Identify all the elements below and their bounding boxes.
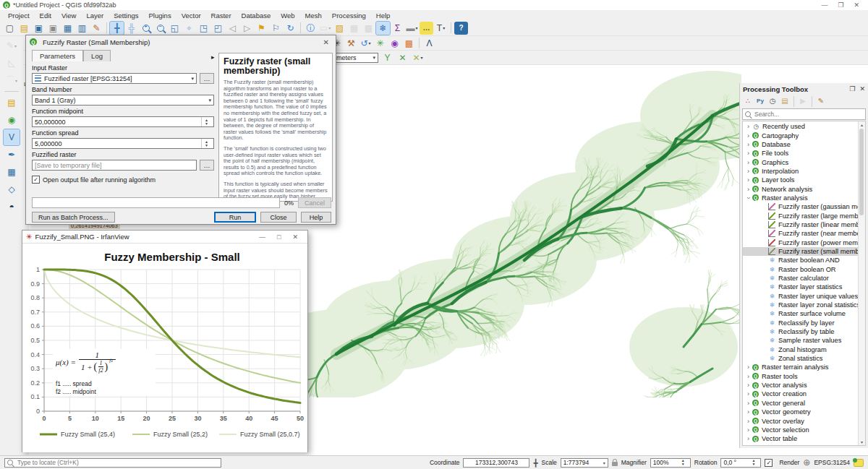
expander-icon[interactable]: › (744, 186, 752, 193)
new-project-icon[interactable]: ▢ (3, 22, 17, 35)
output-browse-button[interactable]: … (200, 160, 214, 171)
open-output-checkbox[interactable]: ✓ (32, 176, 40, 184)
metasearch-dome-icon[interactable]: ◓ (4, 199, 20, 215)
add-delimited-text-icon[interactable]: ✒ (4, 147, 20, 163)
expander-icon[interactable]: › (744, 150, 752, 157)
expander-icon[interactable]: › (744, 141, 752, 148)
expander-icon[interactable]: › (745, 194, 752, 202)
new-print-layout-icon[interactable]: ▦ (61, 22, 75, 35)
help-icon[interactable]: ? (454, 22, 468, 35)
search-input[interactable] (753, 110, 857, 119)
toolbox-item[interactable]: ›◷Recently used (743, 122, 865, 131)
toolbox-item[interactable]: ❄Raster layer statistics (743, 283, 865, 291)
python-scripts-icon[interactable]: Py (754, 95, 766, 107)
toolbox-item[interactable]: ❄Reclassify by layer (743, 319, 865, 327)
add-vector-layer-icon[interactable]: V (4, 129, 20, 145)
add-database-layer-icon[interactable]: ▦ (4, 164, 20, 180)
toolbox-item[interactable]: Fuzzify raster (large membership) (743, 211, 865, 220)
input-raster-select[interactable]: Fuzzified raster [EPSG:31254] ▾ (32, 73, 197, 84)
close-button[interactable]: ✕ (854, 1, 859, 9)
render-checkbox[interactable]: ✓ (765, 459, 773, 467)
snapping-units-select[interactable]: meters▾ (333, 53, 378, 63)
zoom-to-layer-icon[interactable]: ◳ (197, 22, 210, 35)
minimize-button[interactable]: — (821, 1, 827, 9)
layout-manager-icon[interactable]: ▥ (75, 22, 89, 35)
spin-arrows-icon[interactable]: ▲▼ (678, 458, 688, 468)
toolbox-item[interactable]: ›QNetwork analysis (743, 184, 865, 193)
field-calculator-icon[interactable]: ▩ (362, 22, 375, 35)
toolbox-item[interactable]: ❄Reclassify by table (743, 327, 865, 336)
irfanview-minimize-button[interactable]: — (259, 233, 265, 241)
zoom-out-icon[interactable]: − (153, 22, 167, 35)
zoom-to-selection-icon[interactable]: ⌖ (182, 22, 196, 35)
locate-input[interactable] (16, 458, 200, 467)
toolbox-item[interactable]: ❄Zonal histogram (743, 345, 865, 354)
toolbox-item[interactable]: Fuzzify raster (power membership) (743, 238, 865, 246)
input-raster-browse-button[interactable]: … (200, 73, 214, 84)
expander-icon[interactable]: › (744, 382, 752, 389)
zoom-native-icon[interactable]: ◰ (211, 22, 225, 35)
toolbox-item[interactable]: ›QVector overlay (743, 416, 865, 425)
toolbox-item[interactable]: ❄Raster layer unique values report (743, 292, 865, 301)
zoom-next-icon[interactable]: ▷ (240, 22, 254, 35)
function-midpoint-spinbox[interactable]: 50,000000 ▲▼ (32, 116, 214, 127)
toolbox-item[interactable]: ›QLayer tools (743, 176, 865, 184)
lock-scale-icon[interactable] (612, 462, 618, 466)
crs-value[interactable]: EPSG:31254 (814, 459, 850, 466)
toolbox-item[interactable]: ›QRaster analysis (743, 194, 865, 202)
spin-arrows-icon[interactable]: ▲▼ (201, 117, 211, 126)
function-spread-spinbox[interactable]: 5,000000 ▲▼ (32, 138, 214, 149)
text-annotation-icon[interactable]: T▾ (434, 22, 448, 35)
scroll-up-icon[interactable]: ▴ (859, 122, 865, 127)
toolbox-item[interactable]: ❄Raster layer zonal statistics (743, 301, 865, 309)
menu-edit[interactable]: Edit (35, 12, 56, 20)
snapping-options-icon[interactable]: ✕▾ (411, 51, 425, 64)
toolbox-item[interactable]: ›QDatabase (743, 140, 865, 149)
expander-icon[interactable]: › (744, 400, 752, 407)
snapping-intersection-icon[interactable]: ✕ (396, 51, 409, 64)
expander-icon[interactable]: › (744, 435, 752, 442)
processing-toolbox-icon[interactable]: ❄ (376, 22, 390, 35)
spin-arrows-icon[interactable]: ▲▼ (749, 458, 758, 468)
output-raster-input[interactable]: [Save to temporary file] (32, 160, 197, 171)
menu-project[interactable]: Project (3, 12, 35, 20)
tab-log[interactable]: Log (83, 50, 111, 61)
results-viewer-icon[interactable]: ▤ (779, 95, 791, 107)
close-panel-icon[interactable]: ✕ (859, 85, 865, 92)
menu-help[interactable]: Help (371, 12, 396, 20)
menu-settings[interactable]: Settings (109, 12, 143, 20)
menu-mesh[interactable]: Mesh (300, 12, 327, 20)
toolbox-item[interactable]: ❄Raster calculator (743, 274, 865, 283)
tracing-icon[interactable]: Υ (380, 51, 394, 64)
expander-icon[interactable]: › (744, 373, 752, 380)
toolbox-item[interactable]: ›QVector selection (743, 426, 865, 434)
expander-icon[interactable]: › (744, 363, 752, 371)
digitize-curve-icon[interactable]: ⌒▾ (4, 72, 20, 88)
plugin-manager-icon[interactable]: ✳ (373, 37, 387, 50)
statistics-icon[interactable]: Σ (391, 22, 404, 35)
new-bookmark-icon[interactable]: ⚑ (255, 22, 268, 35)
save-project-icon[interactable]: ▣ (32, 22, 46, 35)
menu-layer[interactable]: Layer (81, 12, 109, 20)
menu-plugins[interactable]: Plugins (143, 12, 176, 20)
irfanview-close-button[interactable]: ✕ (292, 233, 298, 241)
open-project-icon[interactable]: ▤ (17, 22, 31, 35)
map-tips-icon[interactable]: … (420, 22, 433, 35)
metasearch-icon[interactable]: Λ (422, 37, 436, 50)
dialog-close-icon[interactable]: ✕ (320, 38, 332, 46)
toolbox-item[interactable]: ›QVector creation (743, 390, 865, 398)
menu-view[interactable]: View (56, 12, 81, 20)
locate-box[interactable] (4, 458, 221, 468)
pan-map-icon[interactable]: ╋ (110, 22, 124, 35)
crs-globe-icon[interactable]: ⊕ (803, 457, 810, 468)
zoom-in-icon[interactable]: + (139, 22, 153, 35)
current-edits-icon[interactable]: ✎▾ (4, 38, 20, 53)
toolbox-item[interactable]: ❄Raster surface volume (743, 309, 865, 318)
tree-scrollbar[interactable]: ▴ ▾ (858, 121, 865, 445)
pan-to-selection-icon[interactable]: ╬ (124, 22, 138, 35)
toolbox-item[interactable]: ›QVector geometry (743, 408, 865, 416)
toolbox-item[interactable]: ›QRaster tools (743, 372, 865, 381)
add-raster-layer-icon[interactable]: ◉ (4, 112, 20, 128)
toolbox-item[interactable]: Fuzzify raster (small membership) (743, 247, 865, 256)
maximize-button[interactable]: ❐ (838, 1, 843, 9)
